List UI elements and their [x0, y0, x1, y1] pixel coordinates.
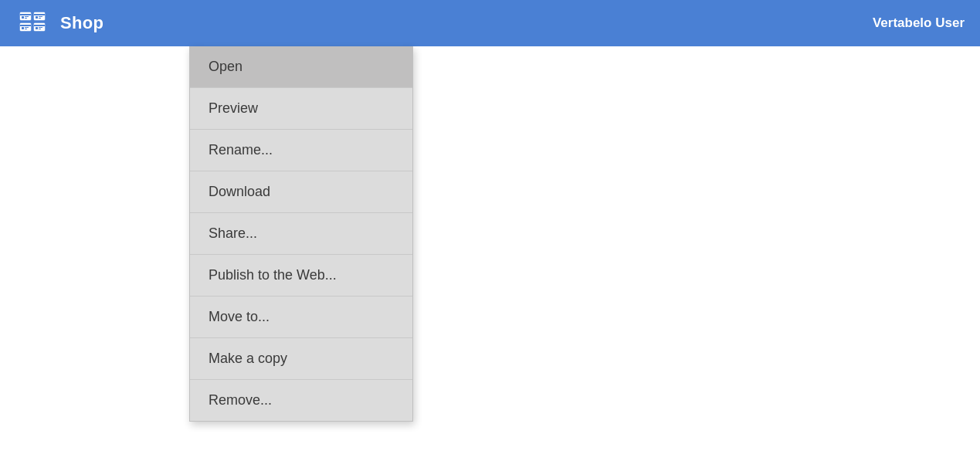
menu-item-copy[interactable]: Make a copy [190, 338, 412, 380]
menu-item-rename[interactable]: Rename... [190, 130, 412, 171]
menu-item-publish[interactable]: Publish to the Web... [190, 255, 412, 297]
svg-rect-8 [39, 16, 42, 17]
svg-rect-1 [20, 14, 31, 15]
app-header: Shop Vertabelo User [0, 0, 980, 46]
header-left: Shop [15, 6, 103, 40]
svg-rect-6 [34, 14, 45, 15]
svg-rect-11 [20, 25, 31, 26]
svg-rect-14 [25, 29, 27, 29]
svg-rect-13 [25, 27, 29, 28]
logo-icon [15, 6, 49, 40]
svg-rect-17 [36, 27, 38, 29]
menu-item-share[interactable]: Share... [190, 213, 412, 255]
menu-item-move[interactable]: Move to... [190, 297, 412, 338]
svg-rect-2 [22, 16, 24, 19]
menu-item-remove[interactable]: Remove... [190, 380, 412, 421]
svg-rect-18 [39, 27, 42, 28]
main-content: Open Preview Rename... Download Share...… [0, 46, 980, 461]
svg-rect-4 [25, 18, 27, 19]
svg-rect-12 [22, 27, 24, 29]
menu-item-preview[interactable]: Preview [190, 88, 412, 130]
svg-rect-19 [39, 29, 41, 29]
menu-item-open[interactable]: Open [190, 46, 412, 88]
svg-rect-7 [36, 16, 38, 19]
svg-rect-16 [34, 25, 45, 26]
user-label: Vertabelo User [873, 15, 965, 31]
svg-rect-9 [39, 18, 41, 19]
context-menu: Open Preview Rename... Download Share...… [189, 46, 413, 422]
svg-rect-3 [25, 16, 29, 17]
app-title: Shop [60, 13, 103, 33]
menu-item-download[interactable]: Download [190, 171, 412, 213]
